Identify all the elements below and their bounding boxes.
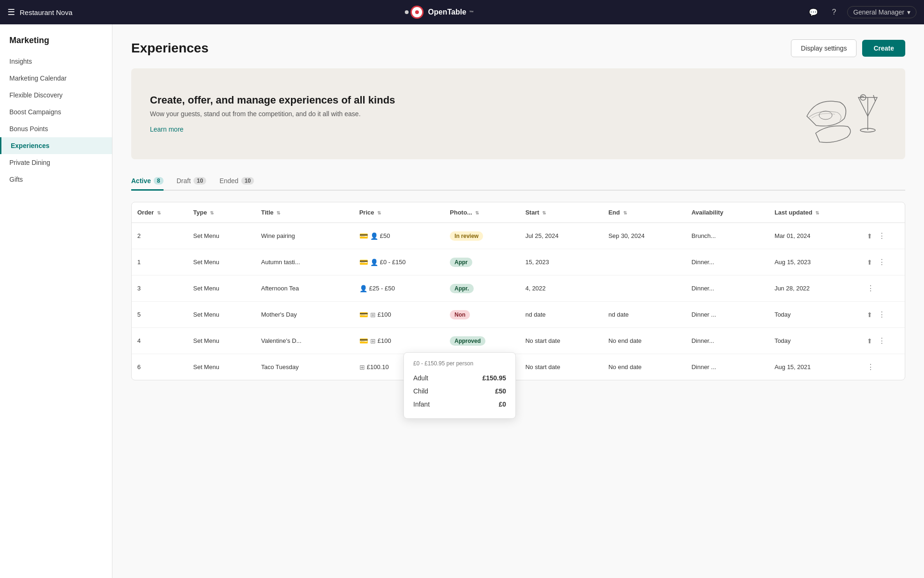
display-settings-button[interactable]: Display settings (791, 39, 857, 57)
cell-start: Jul 25, 2024 (520, 223, 603, 249)
price-tooltip: £0 - £150.95 per person Adult £150.95 Ch… (403, 352, 516, 419)
cell-actions: ⋮ (859, 275, 905, 302)
share-button[interactable]: ⬆ (865, 230, 874, 242)
user-menu[interactable]: General Manager ▾ (847, 6, 917, 18)
sidebar-item-private-dining[interactable]: Private Dining (0, 154, 112, 171)
person-icon: 👤 (359, 285, 367, 292)
cell-availability: Dinner ... (686, 354, 769, 380)
tab-ended[interactable]: Ended 10 (219, 172, 254, 191)
menu-icon[interactable]: ☰ (7, 7, 15, 17)
sidebar-item-insights[interactable]: Insights (0, 53, 112, 70)
col-header-availability[interactable]: Availability (686, 202, 769, 223)
main-content: Experiences Display settings Create Crea… (112, 24, 924, 578)
col-header-price[interactable]: Price ⇅ (354, 202, 444, 223)
sidebar: Marketing Insights Marketing Calendar Fl… (0, 24, 112, 578)
more-options-button[interactable]: ⋮ (865, 282, 876, 295)
status-badge: In review (450, 231, 483, 241)
status-badge: Non (450, 310, 470, 319)
cell-title: Wine pairing (255, 223, 353, 249)
sidebar-item-experiences[interactable]: Experiences (0, 137, 112, 154)
chat-icon[interactable]: 💬 (806, 5, 821, 20)
cell-end: nd date (603, 302, 686, 328)
cell-lastupdated: Aug 15, 2023 (769, 249, 859, 275)
card-icon: 💳 (359, 258, 368, 267)
tooltip-amount-child: £50 (495, 387, 506, 395)
banner-illustration (802, 83, 887, 144)
sidebar-item-label: Private Dining (9, 159, 50, 166)
cell-availability: Dinner... (686, 275, 769, 302)
cell-type: Set Menu (187, 354, 255, 380)
cell-actions: ⬆ ⋮ (859, 223, 905, 249)
cell-type: Set Menu (187, 275, 255, 302)
sidebar-item-gifts[interactable]: Gifts (0, 171, 112, 188)
cell-price: 👤 £25 - £50 (354, 275, 444, 302)
share-button[interactable]: ⬆ (865, 257, 874, 268)
cell-actions: ⬆ ⋮ (859, 302, 905, 328)
col-header-title[interactable]: Title ⇅ (255, 202, 353, 223)
cell-end: No end date (603, 328, 686, 354)
cell-end (603, 275, 686, 302)
tooltip-label-infant: Infant (413, 400, 430, 408)
multi-icon: ⊞ (370, 337, 376, 345)
cell-order: 4 (132, 328, 187, 354)
more-options-button[interactable]: ⋮ (865, 361, 876, 373)
sidebar-item-label: Insights (9, 58, 32, 65)
col-header-start[interactable]: Start ⇅ (520, 202, 603, 223)
cell-order: 1 (132, 249, 187, 275)
top-navigation: ☰ Restaurant Nova OpenTable ™ 💬 ? Genera… (0, 0, 924, 24)
price-value: £100 (378, 311, 391, 318)
cell-lastupdated: Aug 15, 2021 (769, 354, 859, 380)
cell-title: Mother's Day (255, 302, 353, 328)
col-header-lastupdated[interactable]: Last updated ⇅ (769, 202, 859, 223)
share-button[interactable]: ⬆ (865, 335, 874, 347)
more-options-button[interactable]: ⋮ (876, 334, 887, 347)
col-header-type[interactable]: Type ⇅ (187, 202, 255, 223)
cell-order: 6 (132, 354, 187, 380)
create-button[interactable]: Create (862, 40, 905, 57)
cell-photo: Non (444, 302, 520, 328)
cell-end (603, 249, 686, 275)
cell-type: Set Menu (187, 328, 255, 354)
experiences-table: Order ⇅ Type ⇅ Title ⇅ Price ⇅ Photo... … (131, 202, 905, 380)
sidebar-item-boost-campaigns[interactable]: Boost Campaigns (0, 104, 112, 120)
sidebar-item-label: Bonus Points (9, 125, 48, 133)
cell-start: 4, 2022 (520, 275, 603, 302)
tab-draft[interactable]: Draft 10 (177, 172, 207, 191)
price-value: £0 - £150 (380, 259, 406, 266)
cell-lastupdated: Mar 01, 2024 (769, 223, 859, 249)
banner-learn-more-link[interactable]: Learn more (150, 126, 184, 133)
tooltip-label-child: Child (413, 387, 428, 395)
cell-lastupdated: Today (769, 302, 859, 328)
multi-icon: ⊞ (370, 311, 376, 319)
cell-title: Valentine's D... (255, 328, 353, 354)
cell-price[interactable]: 💳 👤 £0 - £150 (354, 249, 444, 275)
sidebar-item-flexible-discovery[interactable]: Flexible Discovery (0, 87, 112, 104)
cell-title: Afternoon Tea (255, 275, 353, 302)
cell-title: Taco Tuesday (255, 354, 353, 380)
sidebar-item-bonus-points[interactable]: Bonus Points (0, 120, 112, 137)
cell-title: Autumn tasti... (255, 249, 353, 275)
cell-end: Sep 30, 2024 (603, 223, 686, 249)
more-options-button[interactable]: ⋮ (876, 308, 887, 321)
col-header-end[interactable]: End ⇅ (603, 202, 686, 223)
col-header-order[interactable]: Order ⇅ (132, 202, 187, 223)
tab-active[interactable]: Active 8 (131, 172, 164, 191)
tooltip-header: £0 - £150.95 per person (413, 360, 506, 367)
sidebar-item-marketing-calendar[interactable]: Marketing Calendar (0, 70, 112, 87)
more-options-button[interactable]: ⋮ (876, 230, 887, 242)
banner-heading: Create, offer, and manage experiences of… (150, 94, 395, 106)
multi-icon: ⊞ (359, 363, 365, 371)
cell-photo: Appr. (444, 275, 520, 302)
more-options-button[interactable]: ⋮ (876, 256, 887, 268)
tooltip-row-adult: Adult £150.95 (413, 371, 506, 385)
share-button[interactable]: ⬆ (865, 309, 874, 320)
col-header-photo[interactable]: Photo... ⇅ (444, 202, 520, 223)
sidebar-item-label: Boost Campaigns (9, 108, 61, 116)
cell-photo: In review (444, 223, 520, 249)
cell-availability: Brunch... (686, 223, 769, 249)
col-header-actions (859, 202, 905, 223)
help-icon[interactable]: ? (827, 5, 842, 20)
cell-lastupdated: Today (769, 328, 859, 354)
cell-price: 💳 ⊞ £100 (354, 302, 444, 328)
card-icon: 💳 (359, 337, 368, 345)
